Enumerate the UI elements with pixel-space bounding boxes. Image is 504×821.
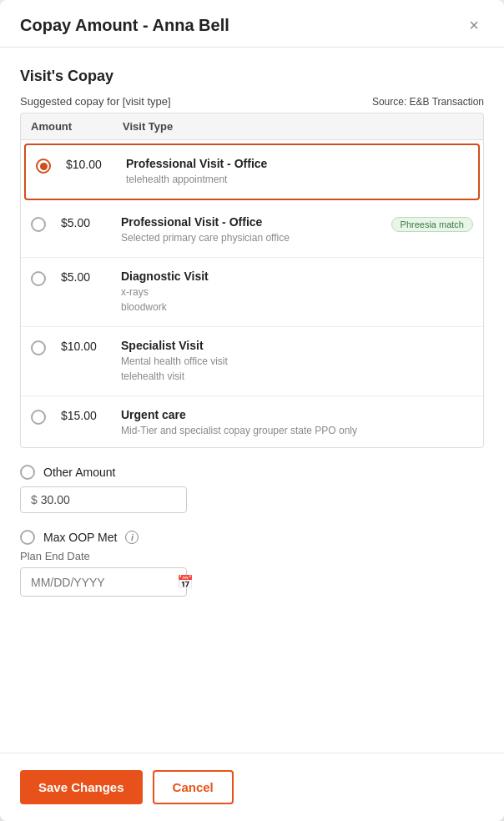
- option-row[interactable]: $10.00Professional Visit - Officetelehea…: [24, 144, 480, 200]
- plan-end-label: Plan End Date: [20, 550, 484, 562]
- option-visit-type: Professional Visit - Office: [121, 215, 383, 229]
- modal-title: Copay Amount - Anna Bell: [20, 16, 229, 35]
- source-label: Source: E&B Transaction: [372, 96, 484, 108]
- option-amount: $5.00: [61, 269, 121, 284]
- option-sub: Mid-Tier and specialist copay grouper st…: [121, 423, 473, 438]
- max-oop-label: Max OOP Met: [43, 531, 117, 544]
- option-visit-type: Specialist Visit: [121, 339, 473, 352]
- source-value: E&B Transaction: [410, 96, 484, 108]
- suggested-label: Suggested copay for [visit type]: [20, 95, 171, 108]
- date-input[interactable]: [31, 576, 177, 589]
- option-visit-type: Diagnostic Visit: [121, 269, 473, 283]
- option-amount: $10.00: [61, 339, 121, 353]
- max-oop-row: Max OOP Met i: [20, 530, 484, 545]
- option-row[interactable]: $15.00Urgent careMid-Tier and specialist…: [21, 396, 483, 448]
- other-section: Other Amount $: [20, 465, 484, 513]
- options-list: $10.00Professional Visit - Officetelehea…: [20, 139, 484, 448]
- other-amount-radio[interactable]: [20, 465, 35, 480]
- date-input-wrapper: 📅: [20, 567, 187, 597]
- table-header: Amount Visit Type: [20, 113, 484, 139]
- option-sub: Mental health office visittelehealth vis…: [121, 354, 473, 384]
- option-amount: $10.00: [66, 157, 126, 171]
- option-sub: x-raysbloodwork: [121, 285, 473, 315]
- option-radio-1[interactable]: [31, 217, 46, 232]
- info-icon: i: [125, 531, 139, 544]
- max-oop-radio[interactable]: [20, 530, 35, 545]
- other-radio-row: Other Amount: [20, 465, 484, 480]
- modal-body: Visit's Copay Suggested copay for [visit…: [0, 48, 504, 736]
- col-visit-type: Visit Type: [123, 120, 473, 133]
- option-amount: $5.00: [61, 215, 121, 229]
- option-amount: $15.00: [61, 408, 121, 422]
- save-button[interactable]: Save Changes: [20, 770, 143, 804]
- option-sub: telehealth appointment: [126, 172, 468, 187]
- modal-footer: Save Changes Cancel: [0, 753, 504, 821]
- amount-input-wrapper: $: [20, 486, 187, 513]
- option-radio-2[interactable]: [31, 271, 46, 286]
- option-row[interactable]: $5.00Diagnostic Visitx-raysbloodwork: [21, 258, 483, 327]
- option-row[interactable]: $10.00Specialist VisitMental health offi…: [21, 327, 483, 396]
- cancel-button[interactable]: Cancel: [153, 770, 234, 804]
- other-amount-input[interactable]: [41, 493, 176, 506]
- option-visit-type: Professional Visit - Office: [126, 157, 468, 170]
- phreesia-badge: Phreesia match: [391, 217, 473, 232]
- max-oop-section: Max OOP Met i Plan End Date 📅: [20, 530, 484, 597]
- other-amount-label: Other Amount: [43, 466, 115, 479]
- option-sub: Selected primary care physician office: [121, 230, 383, 245]
- modal-header: Copay Amount - Anna Bell ×: [0, 0, 504, 48]
- suggested-header: Suggested copay for [visit type] Source:…: [20, 95, 484, 108]
- option-radio-3[interactable]: [31, 340, 46, 355]
- amount-prefix: $: [31, 493, 38, 506]
- option-radio-4[interactable]: [31, 410, 46, 425]
- section-title: Visit's Copay: [20, 68, 484, 85]
- close-button[interactable]: ×: [464, 15, 484, 35]
- option-visit-type: Urgent care: [121, 408, 473, 421]
- calendar-icon: 📅: [177, 574, 194, 590]
- option-radio-0[interactable]: [36, 159, 51, 174]
- modal: Copay Amount - Anna Bell × Visit's Copay…: [0, 0, 504, 821]
- option-row[interactable]: $5.00Professional Visit - OfficeSelected…: [21, 204, 483, 258]
- col-amount: Amount: [31, 120, 123, 133]
